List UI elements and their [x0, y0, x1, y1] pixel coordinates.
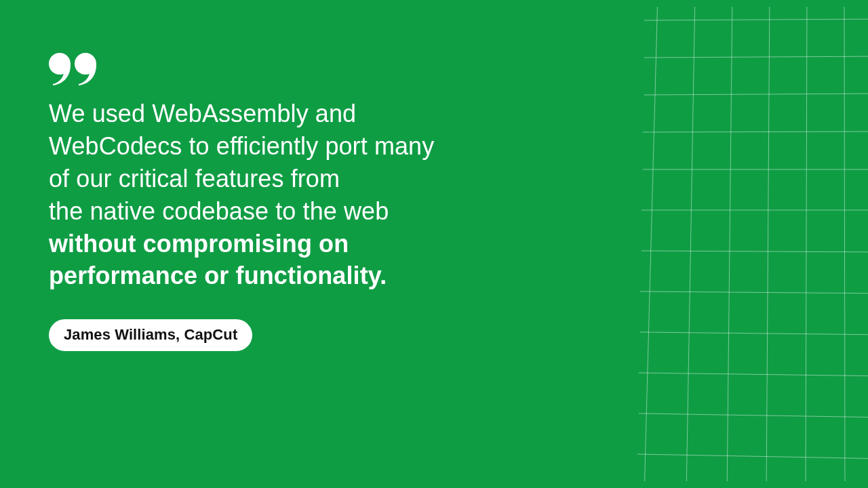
svg-line-10 — [643, 131, 868, 132]
svg-line-17 — [639, 413, 868, 418]
svg-line-4 — [806, 7, 807, 481]
svg-line-5 — [844, 7, 845, 481]
svg-line-2 — [727, 7, 732, 481]
quote-text: We used WebAssembly and WebCodecs to eff… — [49, 98, 537, 292]
quote-line-2: WebCodecs to efficiently port many — [49, 132, 434, 160]
background-grid-decoration — [631, 7, 868, 481]
svg-line-3 — [766, 7, 770, 481]
quote-bold-line-2: performance or functionality. — [49, 262, 387, 289]
open-quote-icon — [49, 53, 96, 85]
svg-line-9 — [644, 94, 868, 95]
svg-line-16 — [639, 373, 868, 376]
svg-line-14 — [640, 291, 868, 293]
quote-bold-line-1: without compromising on — [49, 230, 349, 258]
attribution-pill: James Williams, CapCut — [49, 319, 252, 351]
attribution-text: James Williams, CapCut — [64, 326, 237, 343]
svg-line-13 — [642, 251, 868, 252]
quote-line-3: of our critical features from — [49, 165, 340, 192]
quote-line-4: the native codebase to the web — [49, 197, 389, 225]
svg-line-1 — [686, 7, 695, 481]
quote-line-1: We used WebAssembly and — [49, 100, 356, 127]
svg-line-8 — [644, 56, 868, 58]
quote-content: We used WebAssembly and WebCodecs to eff… — [49, 53, 537, 351]
quote-card: We used WebAssembly and WebCodecs to eff… — [0, 0, 868, 488]
svg-line-15 — [640, 332, 868, 335]
svg-line-18 — [637, 454, 868, 459]
svg-line-7 — [644, 19, 868, 20]
svg-line-0 — [644, 7, 658, 481]
